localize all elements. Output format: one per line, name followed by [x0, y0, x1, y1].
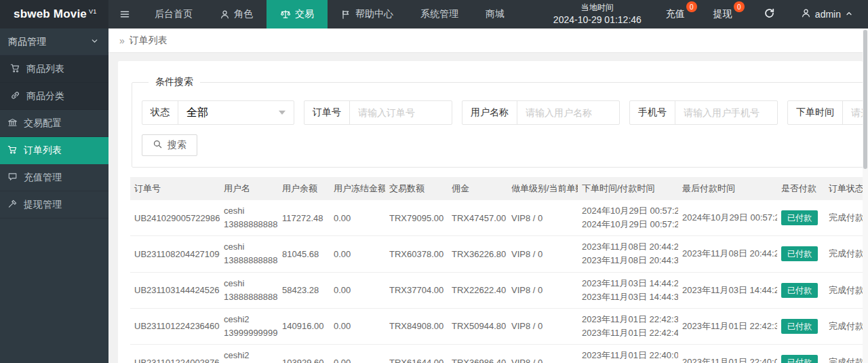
breadcrumb-chevron: »	[119, 35, 125, 46]
order-no-input[interactable]	[350, 101, 452, 124]
order-time: 2023年11月08日 20:44:27	[582, 240, 674, 254]
column-header-9: 是否付款	[777, 177, 825, 200]
refresh-button[interactable]	[754, 7, 785, 22]
search-legend: 条件搜索	[149, 76, 200, 88]
recharge-button[interactable]: 充值 0	[659, 0, 692, 28]
recharge-count-badge: 0	[686, 1, 697, 12]
table-row: UB2311031444245261ceshi1388888888858423.…	[130, 272, 864, 308]
sidebar-item-label: 提现管理	[24, 199, 62, 211]
order-time: 2024年10月29日 00:57:22	[582, 204, 674, 218]
table-row: UB2410290057229868ceshi13888888888117272…	[130, 200, 864, 236]
order-time: 2023年11月03日 14:44:24	[582, 277, 674, 290]
sidebar-item-2[interactable]: 交易配置	[0, 110, 108, 137]
user-icon	[801, 8, 811, 20]
order-time-cell: 2023年11月03日 14:44:242023年11月03日 14:44:33	[578, 272, 678, 308]
username-input[interactable]	[517, 101, 619, 124]
app-logo-version: V1	[89, 8, 96, 15]
flag-icon	[341, 9, 351, 20]
column-header-5: 佣金	[448, 177, 507, 200]
paid-status-badge: 已付款	[781, 283, 818, 298]
nav-item-5[interactable]: 商城	[472, 0, 518, 28]
commission-cell: TRX36226.80	[448, 236, 507, 272]
user-phone: 13888888888	[224, 254, 274, 267]
order-status-cell: 完成付款	[825, 345, 864, 363]
frozen-cell: 0.00	[330, 200, 385, 236]
paid-cell: 已付款	[777, 345, 825, 363]
status-label: 状态	[142, 101, 178, 124]
sidebar-item-1[interactable]: 商品分类	[0, 83, 108, 110]
order-status-cell: 完成付款	[825, 236, 864, 272]
scrollbar-thumb[interactable]	[863, 30, 867, 169]
pay-time: 2023年11月03日 14:44:33	[582, 290, 674, 304]
app-logo-text: sbweb Movie	[14, 7, 87, 21]
column-header-2: 用户余额	[278, 177, 330, 200]
column-header-1: 用户名	[220, 177, 278, 200]
order-no-cell: UB2311031444245261	[130, 272, 220, 308]
paid-cell: 已付款	[777, 200, 825, 236]
pay-time: 2023年11月08日 20:44:35	[582, 254, 674, 267]
sidebar: 商品管理 商品列表商品分类交易配置订单列表充值管理提现管理	[0, 28, 108, 363]
paid-cell: 已付款	[777, 272, 825, 308]
user-name: ceshi	[224, 240, 274, 254]
admin-menu[interactable]: admin	[794, 8, 868, 20]
username-label: 用户名称	[462, 101, 517, 124]
user-cell: ceshi213999999999	[220, 345, 278, 363]
user-cell: ceshi13888888888	[220, 200, 278, 236]
sidebar-item-5[interactable]: 提现管理	[0, 191, 108, 218]
paid-cell: 已付款	[777, 236, 825, 272]
paid-status-badge: 已付款	[781, 355, 818, 363]
order-no-cell: UB2311012242364609	[130, 308, 220, 344]
balance-cell: 58423.28	[278, 272, 330, 308]
sidebar-toggle-button[interactable]	[108, 0, 141, 28]
vertical-scrollbar[interactable]	[863, 28, 868, 363]
sidebar-item-0[interactable]: 商品列表	[0, 56, 108, 83]
main-content: » 订单列表 条件搜索 状态 全部 订单号 用户名称	[108, 28, 868, 363]
caret-up-icon	[845, 9, 853, 20]
order-time-filter: 下单时间	[787, 100, 868, 125]
user-phone: 13999999999	[224, 326, 274, 340]
order-status-cell: 完成付款	[825, 308, 864, 344]
vip-level-cell: VIP8 / 0	[507, 345, 578, 363]
balance-cell: 81045.68	[278, 236, 330, 272]
search-icon	[153, 139, 163, 151]
sidebar-items: 商品列表商品分类交易配置订单列表充值管理提现管理	[0, 56, 108, 218]
balance-cell: 117272.48	[278, 200, 330, 236]
sidebar-item-3[interactable]: 订单列表	[0, 137, 108, 164]
search-fieldset: 条件搜索 状态 全部 订单号 用户名称 手	[132, 76, 868, 168]
order-time-cell: 2023年11月01日 22:42:362023年11月01日 22:42:45	[578, 308, 678, 344]
order-no-label: 订单号	[304, 101, 350, 124]
status-filter: 状态 全部	[142, 100, 294, 125]
table-row: UB2311082044271090ceshi1388888888881045.…	[130, 236, 864, 272]
status-select[interactable]: 全部	[178, 101, 294, 124]
last-pay-cell: 2023年11月08日 20:44:27	[678, 236, 777, 272]
link-icon	[10, 90, 20, 102]
page-title: 订单列表	[130, 35, 167, 47]
sidebar-item-label: 商品分类	[26, 90, 64, 102]
search-button[interactable]: 搜索	[142, 134, 197, 156]
balance-cell: 103929.60	[278, 345, 330, 363]
hamburger-icon	[119, 9, 130, 20]
refresh-icon	[764, 7, 775, 22]
table-row: UB2311012242364609ceshi21399999999914091…	[130, 308, 864, 344]
nav-item-2[interactable]: 交易	[267, 0, 328, 28]
nav-item-3[interactable]: 帮助中心	[328, 0, 407, 28]
withdraw-label: 提现	[713, 8, 732, 20]
amount-cell: TRX37704.00	[385, 272, 448, 308]
order-no-cell: UB2311012240028768	[130, 345, 220, 363]
user-name: ceshi2	[224, 313, 274, 326]
user-name: ceshi	[224, 277, 274, 290]
phone-input[interactable]	[675, 101, 777, 124]
withdraw-button[interactable]: 提现 0	[707, 0, 739, 28]
status-selected-value: 全部	[186, 106, 208, 120]
table-row: UB2311012240028768ceshi21399999999910392…	[130, 345, 864, 363]
nav-item-label: 系统管理	[420, 8, 458, 20]
sidebar-group-goods[interactable]: 商品管理	[0, 28, 108, 56]
nav-item-4[interactable]: 系统管理	[407, 0, 472, 28]
nav-item-1[interactable]: 角色	[206, 0, 267, 28]
order-time-cell: 2023年11月01日 22:40:022023年11月01日 22:40:52	[578, 345, 678, 363]
user-cell: ceshi13888888888	[220, 236, 278, 272]
sidebar-item-4[interactable]: 充值管理	[0, 164, 108, 191]
vip-level-cell: VIP8 / 0	[507, 200, 578, 236]
column-header-10: 订单状态	[825, 177, 864, 200]
nav-item-0[interactable]: 后台首页	[141, 0, 206, 28]
